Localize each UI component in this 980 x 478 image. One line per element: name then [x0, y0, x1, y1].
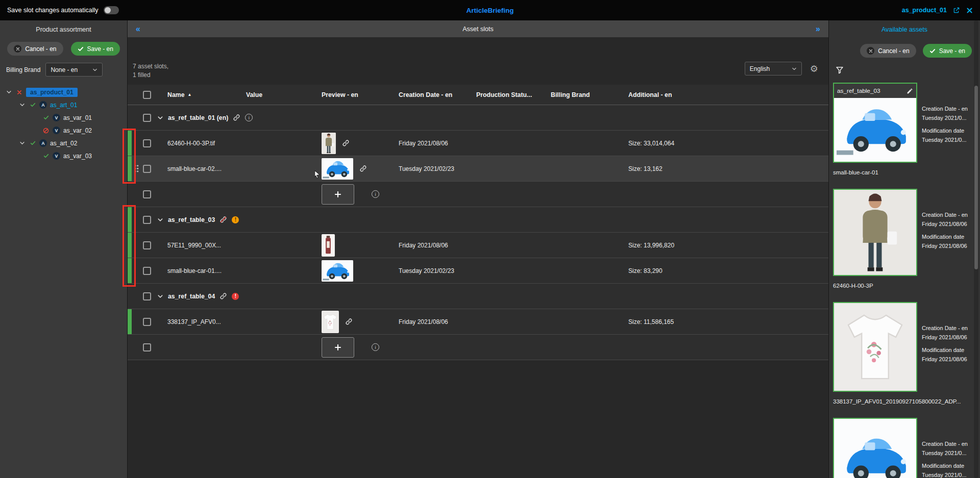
info-icon[interactable]: i — [245, 114, 253, 121]
modified-indicator — [128, 233, 132, 258]
asset-card-image[interactable] — [834, 303, 916, 391]
scrollbar-thumb[interactable] — [974, 86, 978, 269]
column-header-creation-date[interactable]: Creation Date - en — [399, 91, 476, 98]
autosave-toggle[interactable] — [104, 6, 119, 14]
asset-card[interactable]: Creation Date - enFriday 2021/08/06Modif… — [833, 302, 973, 405]
collapse-group-icon[interactable] — [157, 293, 163, 299]
row-checkbox[interactable] — [143, 318, 151, 326]
column-header-name[interactable]: Name — [167, 91, 185, 98]
asset-card-label: 338137_IP_AFV01_20190927105800022_ADP... — [833, 398, 973, 405]
asset-card-image[interactable] — [834, 190, 916, 275]
chevron-down-icon[interactable] — [19, 102, 26, 108]
asset-card[interactable]: Creation Date - enFriday 2021/08/06Modif… — [833, 189, 973, 289]
meta-line: Modification date — [922, 232, 968, 241]
product-link[interactable]: as_product_01 — [902, 7, 947, 14]
chevron-down-icon[interactable] — [19, 140, 26, 146]
asset-card-image[interactable] — [834, 98, 916, 162]
available-assets-title: Available assets — [829, 20, 980, 39]
select-all-checkbox[interactable] — [143, 91, 151, 99]
asset-card-frame[interactable] — [833, 189, 917, 276]
asset-card[interactable]: Creation Date - enTuesday 2021/0...Modif… — [833, 418, 973, 478]
warning-icon[interactable]: ! — [232, 216, 239, 223]
tree-item-as_var_01[interactable]: Vas_var_01 — [0, 111, 127, 124]
save-button[interactable]: Save - en — [923, 44, 972, 58]
add-asset-button[interactable] — [322, 184, 354, 205]
group-name: as_ref_table_03 — [168, 216, 215, 223]
row-checkbox[interactable] — [143, 343, 151, 351]
preview-thumbnail[interactable] — [322, 133, 336, 154]
cancel-x-icon — [14, 45, 21, 53]
scrollbar[interactable] — [974, 20, 978, 478]
tree-item-as_art_01[interactable]: Aas_art_01 — [0, 98, 127, 111]
asset-slots-panel: « Asset slots » 7 asset slots, 1 filled … — [128, 20, 828, 478]
asset-card[interactable]: as_ref_table_03Creation Date - enTuesday… — [833, 83, 973, 175]
save-button[interactable]: Save - en — [71, 42, 120, 56]
chevron-down-icon[interactable] — [6, 89, 13, 95]
column-header-billing-brand[interactable]: Billing Brand — [551, 91, 628, 98]
column-header-production-status[interactable]: Production Statu... — [476, 91, 551, 98]
error-icon[interactable]: ! — [232, 293, 239, 300]
chevron-down-icon — [792, 66, 797, 71]
asset-card-frame[interactable] — [833, 418, 917, 478]
asset-row-57E11_9990_00X...[interactable]: 57E11_9990_00X...Friday 2021/08/06Size: … — [128, 233, 828, 258]
row-checkbox[interactable] — [143, 139, 151, 147]
column-header-value[interactable]: Value — [246, 91, 322, 98]
row-checkbox[interactable] — [143, 165, 151, 173]
row-checkbox[interactable] — [143, 241, 151, 249]
product-assortment-title: Product assortment — [0, 20, 127, 39]
collapse-right-button[interactable]: » — [816, 24, 820, 34]
tree-item-label: as_var_01 — [63, 114, 92, 121]
asset-card-meta: Creation Date - enFriday 2021/08/06Modif… — [922, 189, 968, 276]
save-button-label: Save - en — [87, 45, 113, 53]
tree-item-as_var_03[interactable]: Vas_var_03 — [0, 149, 127, 162]
info-icon[interactable]: i — [372, 343, 379, 351]
empty-slot-row[interactable]: i — [128, 182, 828, 207]
add-asset-button[interactable] — [322, 337, 354, 358]
additional-info: Size: 11,586,165 — [628, 318, 828, 325]
group-row-as_ref_table_01 (en)[interactable]: as_ref_table_01 (en)i — [128, 105, 828, 131]
product-assortment-panel: Product assortment Cancel - en Save - en… — [0, 20, 128, 478]
info-icon[interactable]: i — [372, 190, 379, 198]
collapse-left-button[interactable]: « — [136, 24, 140, 34]
preview-thumbnail[interactable] — [322, 311, 339, 333]
collapse-group-icon[interactable] — [157, 217, 163, 223]
preview-thumbnail[interactable] — [322, 234, 335, 257]
valid-check-icon — [42, 115, 50, 120]
export-icon[interactable] — [953, 7, 960, 14]
close-icon[interactable] — [966, 7, 973, 14]
asset-row-62460-H-00-3P.tif[interactable]: 62460-H-00-3P.tifFriday 2021/08/06Size: … — [128, 131, 828, 156]
asset-card-frame[interactable]: as_ref_table_03 — [833, 83, 917, 163]
cancel-button[interactable]: Cancel - en — [860, 44, 916, 58]
group-row-as_ref_table_03[interactable]: as_ref_table_03! — [128, 207, 828, 233]
edit-icon[interactable] — [906, 88, 913, 94]
empty-slot-row[interactable]: i — [128, 335, 828, 360]
row-checkbox[interactable] — [143, 267, 151, 275]
row-checkbox[interactable] — [143, 190, 151, 198]
asset-row-small-blue-car-02....[interactable]: small-blue-car-02....Tuesday 2021/02/23S… — [128, 156, 828, 182]
asset-row-338137_IP_AFV0...[interactable]: 338137_IP_AFV0...Friday 2021/08/06Size: … — [128, 309, 828, 335]
tree-item-as_art_02[interactable]: Aas_art_02 — [0, 137, 127, 149]
group-row-as_ref_table_04[interactable]: as_ref_table_04! — [128, 284, 828, 309]
filter-icon[interactable] — [835, 65, 844, 74]
meta-line: Tuesday 2021/0... — [922, 135, 968, 144]
language-select[interactable]: English — [745, 62, 802, 76]
meta-line: Tuesday 2021/0... — [922, 448, 968, 458]
tree-item-as_var_02[interactable]: Vas_var_02 — [0, 124, 127, 137]
row-checkbox[interactable] — [143, 114, 151, 122]
collapse-group-icon[interactable] — [157, 115, 163, 121]
asset-row-small-blue-car-01....[interactable]: small-blue-car-01....Tuesday 2021/02/23S… — [128, 258, 828, 284]
preview-thumbnail[interactable] — [322, 260, 353, 282]
column-header-additional[interactable]: Additional - en — [628, 91, 828, 98]
cancel-button[interactable]: Cancel - en — [7, 42, 63, 56]
drag-handle-icon[interactable] — [134, 164, 139, 173]
preview-thumbnail[interactable] — [322, 158, 353, 180]
billing-brand-select[interactable]: None - en — [45, 63, 103, 77]
settings-gear-icon[interactable]: ⚙ — [810, 63, 818, 74]
asset-card-image[interactable] — [834, 419, 916, 478]
row-checkbox[interactable] — [143, 292, 151, 300]
column-header-preview[interactable]: Preview - en — [322, 91, 399, 98]
asset-card-frame[interactable] — [833, 302, 917, 392]
meta-line: Friday 2021/08/06 — [922, 333, 968, 342]
row-checkbox[interactable] — [143, 216, 151, 224]
tree-item-as_product_01[interactable]: as_product_01 — [0, 86, 127, 98]
